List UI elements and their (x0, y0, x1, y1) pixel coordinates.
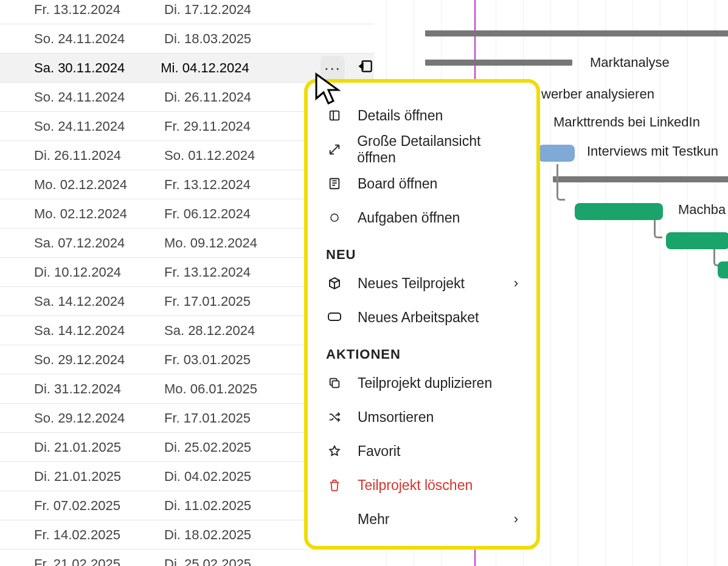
context-menu: Details öffnen Große Detailansicht öffne… (304, 79, 540, 550)
menu-new-subproject[interactable]: Neues Teilprojekt › (308, 266, 536, 300)
start-date-cell: Di. 21.01.2025 (0, 469, 164, 485)
menu-open-details[interactable]: Details öffnen (308, 98, 536, 133)
menu-item-label: Teilprojekt löschen (358, 477, 473, 494)
shuffle-icon (326, 410, 343, 424)
gantt-dependency-link (654, 220, 662, 238)
chevron-right-icon: › (514, 511, 518, 527)
menu-item-label: Teilprojekt duplizieren (358, 375, 492, 392)
start-date-cell: Di. 21.01.2025 (0, 440, 164, 455)
open-icon (326, 109, 343, 122)
gantt-grid-line (578, 0, 578, 566)
gantt-summary-bar[interactable] (426, 60, 572, 66)
svg-point-3 (331, 214, 338, 221)
gantt-grid-line (605, 0, 606, 566)
start-date-cell: Fr. 13.12.2024 (0, 2, 164, 18)
menu-item-label: Board öffnen (358, 176, 437, 192)
menu-new-workpackage[interactable]: Neues Arbeitspaket (308, 300, 536, 334)
gantt-grid-line (687, 0, 688, 566)
gantt-bar-label: Markttrends bei LinkedIn (553, 114, 700, 130)
gantt-task-bar[interactable] (575, 203, 663, 220)
rectangle-icon (326, 312, 343, 323)
svg-rect-4 (328, 313, 341, 320)
date-row[interactable]: Sa. 30.11.2024Mi. 04.12.2024··· (0, 53, 374, 83)
start-date-cell: Di. 31.12.2024 (0, 381, 164, 397)
gantt-bar-label: Machba (678, 202, 726, 218)
gantt-grid-line (660, 0, 660, 566)
star-icon (326, 444, 343, 458)
start-date-cell: Di. 26.11.2024 (0, 148, 164, 164)
start-date-cell: So. 24.11.2024 (0, 119, 164, 134)
chevron-right-icon: › (514, 275, 518, 291)
start-date-cell: Fr. 07.02.2025 (0, 498, 164, 514)
gantt-dependency-link (556, 164, 565, 201)
menu-favorite[interactable]: Favorit (308, 434, 536, 468)
gantt-task-bar[interactable] (666, 232, 728, 249)
start-date-cell: Fr. 21.02.2025 (0, 556, 164, 567)
gantt-summary-bar[interactable] (553, 176, 728, 182)
start-date-cell: Sa. 30.11.2024 (0, 60, 161, 76)
menu-section-actions: AKTIONEN (308, 334, 536, 366)
gantt-task-bar[interactable] (718, 261, 728, 278)
end-date-cell: Di. 17.12.2024 (164, 2, 328, 18)
menu-more[interactable]: Mehr › (308, 502, 536, 536)
start-date-cell: Mo. 02.12.2024 (0, 177, 164, 193)
end-date-cell: Di. 25.02.2025 (164, 556, 328, 567)
menu-item-label: Aufgaben öffnen (358, 210, 460, 226)
menu-item-label: Favorit (358, 443, 400, 460)
popout-icon[interactable] (358, 58, 374, 78)
start-date-cell: Sa. 14.12.2024 (0, 323, 164, 339)
menu-section-new: NEU (308, 235, 536, 266)
date-row[interactable]: Fr. 21.02.2025Di. 25.02.2025 (0, 550, 374, 566)
svg-rect-0 (362, 61, 372, 71)
copy-icon (326, 376, 343, 390)
gantt-grid-line (715, 0, 715, 566)
row-actions: ··· (321, 56, 374, 80)
gantt-grid-line (633, 0, 633, 566)
svg-rect-5 (332, 381, 339, 387)
end-date-cell: Mi. 04.12.2024 (161, 60, 321, 76)
menu-item-label: Mehr (358, 511, 389, 528)
package-icon (326, 276, 343, 291)
more-button[interactable]: ··· (321, 56, 345, 80)
menu-duplicate[interactable]: Teilprojekt duplizieren (308, 366, 536, 400)
gantt-bar-label: Interviews mit Testkun (587, 143, 718, 159)
gantt-task-bar[interactable] (538, 145, 575, 162)
start-date-cell: So. 29.12.2024 (0, 410, 164, 426)
board-icon (326, 177, 343, 190)
start-date-cell: Di. 10.12.2024 (0, 264, 164, 280)
menu-open-tasks[interactable]: Aufgaben öffnen (308, 201, 536, 235)
menu-open-large-details[interactable]: Große Detailansicht öffnen (308, 133, 536, 167)
start-date-cell: So. 24.11.2024 (0, 31, 164, 47)
start-date-cell: Sa. 14.12.2024 (0, 294, 164, 309)
menu-open-board[interactable]: Board öffnen (308, 167, 536, 201)
start-date-cell: Mo. 02.12.2024 (0, 206, 164, 222)
date-row[interactable]: So. 24.11.2024Di. 18.03.2025 (0, 24, 374, 53)
gantt-summary-bar[interactable] (426, 30, 728, 36)
menu-item-label: Große Detailansicht öffnen (357, 133, 518, 166)
date-row[interactable]: Fr. 13.12.2024Di. 17.12.2024 (0, 0, 374, 24)
start-date-cell: So. 24.11.2024 (0, 89, 164, 105)
menu-delete[interactable]: Teilprojekt löschen (308, 468, 536, 502)
menu-item-label: Umsortieren (358, 409, 434, 426)
circle-icon (326, 212, 343, 223)
gantt-bar-label: werber analysieren (541, 86, 654, 102)
start-date-cell: Fr. 14.02.2025 (0, 527, 164, 543)
menu-item-label: Neues Arbeitspaket (358, 309, 479, 326)
trash-icon (326, 478, 343, 492)
menu-item-label: Details öffnen (358, 108, 443, 124)
expand-icon (326, 143, 342, 156)
start-date-cell: So. 29.12.2024 (0, 352, 164, 368)
gantt-grid-line (550, 0, 551, 566)
gantt-bar-label: Marktanalyse (590, 55, 670, 71)
start-date-cell: Sa. 07.12.2024 (0, 235, 164, 251)
menu-resort[interactable]: Umsortieren (308, 400, 536, 434)
end-date-cell: Di. 18.03.2025 (164, 31, 328, 47)
svg-rect-1 (330, 111, 339, 120)
menu-item-label: Neues Teilprojekt (358, 275, 465, 292)
